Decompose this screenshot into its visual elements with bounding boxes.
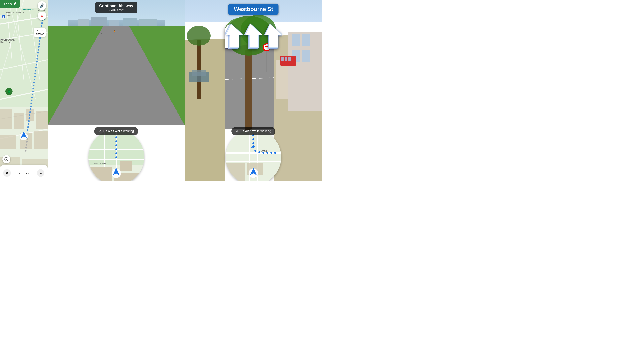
svg-rect-97 — [88, 167, 112, 181]
svg-point-94 — [116, 152, 117, 154]
close-navigation-button[interactable]: ✕ — [3, 169, 11, 177]
time-value: 28 — [19, 172, 22, 175]
svg-rect-13 — [0, 109, 12, 129]
parade-ground-label: Parade Ground,Hyde Park — [0, 39, 14, 43]
alert-icon-middle: ⚠ — [98, 129, 102, 133]
location-button[interactable] — [2, 155, 10, 163]
svg-point-43 — [33, 82, 35, 83]
svg-point-55 — [28, 117, 30, 119]
routes-icon: ⇅ — [39, 171, 42, 175]
chevron-2 — [244, 22, 262, 50]
svg-point-57 — [28, 123, 29, 125]
map-background: 🌲 — [0, 0, 48, 181]
svg-point-41 — [34, 76, 36, 77]
svg-rect-16 — [36, 111, 48, 129]
then-label: Then — [3, 2, 12, 6]
svg-rect-119 — [285, 57, 288, 61]
svg-point-45 — [32, 88, 34, 89]
svg-point-91 — [116, 140, 117, 142]
chevron-arrows — [225, 22, 282, 50]
reformers-tree-label: Reformer's Tree — [22, 9, 36, 11]
sound-button[interactable]: 🔊 — [38, 1, 46, 10]
svg-point-33 — [37, 52, 39, 54]
svg-rect-107 — [302, 34, 310, 46]
svg-rect-125 — [192, 70, 206, 76]
routes-button[interactable]: ⇅ — [37, 169, 44, 177]
svg-rect-109 — [302, 50, 310, 62]
svg-text:A402: A402 — [262, 150, 266, 152]
svg-text:🌲: 🌲 — [7, 89, 11, 93]
mini-map-nav-arrow-middle — [111, 166, 121, 179]
svg-point-116 — [187, 26, 211, 46]
svg-point-95 — [116, 156, 117, 158]
svg-point-53 — [29, 111, 31, 113]
svg-point-37 — [36, 64, 37, 65]
pedestrian-right: 🚶 — [113, 30, 116, 33]
svg-point-34 — [37, 55, 38, 57]
svg-point-142 — [274, 152, 276, 154]
svg-rect-69 — [0, 75, 23, 85]
pedestrian-left: 🚶 — [100, 31, 103, 34]
alert-text-right: Be alert while walking — [240, 129, 271, 133]
sound-icon: 🔊 — [40, 3, 44, 8]
map-panel: 🌲 Then ↱ Reformer's Tree Emma FitzGerald… — [0, 0, 48, 181]
svg-point-28 — [39, 37, 41, 39]
park-path — [48, 26, 185, 125]
ar-walking-panel: Continue this way 0.3 mi away 🚶 🚶 ⚠ Be a… — [48, 0, 185, 181]
slower-line1: 1 min — [36, 29, 44, 32]
svg-point-47 — [32, 94, 33, 95]
svg-point-73 — [6, 159, 7, 160]
svg-point-54 — [29, 114, 30, 116]
compass-icon: ▲ — [40, 13, 44, 18]
svg-point-135 — [252, 142, 254, 144]
slower-badge: 1 min slower — [34, 28, 46, 37]
svg-point-29 — [39, 40, 40, 42]
continue-main-text: Continue this way — [99, 3, 133, 8]
svg-marker-104 — [185, 39, 224, 181]
svg-point-38 — [35, 67, 37, 68]
svg-point-140 — [266, 152, 268, 154]
svg-rect-118 — [281, 57, 284, 61]
time-unit: min — [24, 172, 29, 175]
navigation-bottom-bar: ✕ 28 min ⇅ — [0, 165, 48, 181]
turn-right-arrow-icon: ↱ — [13, 1, 17, 6]
svg-point-31 — [38, 46, 40, 48]
close-icon: ✕ — [6, 171, 8, 175]
svg-point-32 — [38, 49, 39, 51]
svg-point-46 — [32, 91, 34, 92]
svg-rect-106 — [292, 34, 300, 46]
emma-fitzgerald-label: Emma FitzGerald Walk — [6, 11, 24, 13]
svg-point-42 — [34, 79, 35, 80]
alert-badge-middle: ⚠ Be alert while walking — [94, 127, 138, 135]
svg-point-62 — [26, 144, 27, 146]
svg-point-50 — [30, 102, 32, 104]
mini-map-middle: ckworth Walk — [88, 129, 144, 181]
slower-line2: slower — [36, 32, 44, 36]
svg-point-48 — [31, 97, 33, 98]
alert-icon-right: ⚠ — [236, 129, 239, 133]
chevron-3 — [264, 22, 282, 50]
location-icon — [4, 157, 8, 161]
svg-point-56 — [28, 120, 30, 122]
svg-text:ckworth Walk: ckworth Walk — [94, 162, 106, 164]
svg-point-134 — [252, 138, 254, 140]
svg-rect-14 — [14, 113, 24, 129]
svg-point-40 — [34, 73, 36, 74]
compass-button[interactable]: ▲ — [38, 11, 46, 20]
svg-point-93 — [116, 148, 117, 150]
user-position-arrow — [20, 130, 28, 141]
svg-point-23 — [41, 22, 43, 24]
svg-point-90 — [116, 136, 117, 138]
svg-point-35 — [36, 58, 38, 60]
svg-point-138 — [258, 151, 260, 153]
svg-point-141 — [270, 152, 272, 154]
svg-point-63 — [25, 147, 27, 149]
then-turn-button[interactable]: Then ↱ — [0, 0, 20, 8]
svg-point-64 — [25, 150, 26, 152]
svg-point-139 — [262, 152, 264, 154]
svg-point-39 — [35, 70, 36, 71]
svg-rect-96 — [120, 161, 132, 171]
continue-sub-text: 0.3 mi away — [99, 8, 133, 11]
svg-point-52 — [30, 108, 31, 110]
svg-point-36 — [36, 61, 38, 63]
